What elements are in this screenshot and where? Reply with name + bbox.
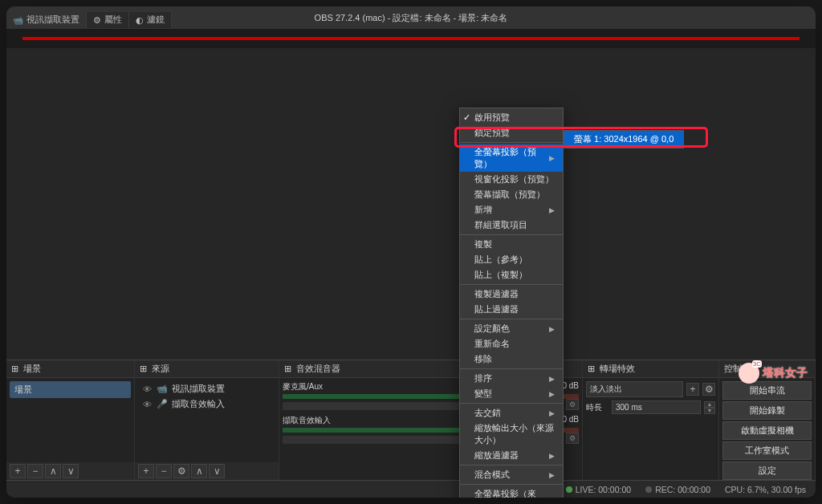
- context-submenu[interactable]: 螢幕 1: 3024x1964 @ 0,0: [564, 130, 684, 148]
- grip-icon: ⊞: [140, 364, 147, 374]
- context-menu-item[interactable]: 縮放過濾器▶: [460, 448, 563, 463]
- preview-canvas: 17:31 ⚡ Mot KED! 魔法氣泡 TETRIS 2 大富翁10 MOT…: [22, 37, 800, 40]
- mic-icon: 🎤: [157, 399, 168, 409]
- live-status: LIVE: 00:00:00: [566, 485, 631, 494]
- watermark: 塔科女子: [739, 363, 808, 384]
- context-menu-item[interactable]: 螢幕擷取（預覽）: [460, 187, 563, 202]
- statusbar: LIVE: 00:00:00 REC: 00:00:00 CPU: 6.7%, …: [6, 480, 816, 498]
- grip-icon: ⊞: [284, 364, 291, 374]
- down-button[interactable]: ∨: [209, 464, 225, 478]
- remove-button[interactable]: −: [27, 464, 43, 478]
- visibility-icon[interactable]: 👁: [141, 384, 153, 394]
- context-menu-item[interactable]: 新增▶: [460, 202, 563, 217]
- preview-area[interactable]: 17:31 ⚡ Mot KED! 魔法氣泡 TETRIS 2 大富翁10 MOT…: [6, 29, 816, 48]
- rec-status: REC: 00:00:00: [645, 485, 710, 494]
- context-menu-item[interactable]: 視窗化投影（預覽）: [460, 172, 563, 187]
- down-button[interactable]: ∨: [63, 464, 79, 478]
- context-menu-item[interactable]: 全螢幕投影（來源）▶: [460, 486, 563, 498]
- context-menu-item[interactable]: 啟用預覽: [460, 110, 563, 125]
- context-menu-item[interactable]: 鎖定預覽: [460, 125, 563, 140]
- chevron-right-icon: ▶: [549, 471, 555, 479]
- add-button[interactable]: +: [138, 464, 154, 478]
- context-menu-item[interactable]: 混合模式▶: [460, 467, 563, 482]
- control-button[interactable]: 啟動虛擬相機: [722, 421, 812, 440]
- context-menu-item[interactable]: 移除: [460, 352, 563, 367]
- chevron-right-icon: ▶: [549, 390, 555, 398]
- cpu-status: CPU: 6.7%, 30.00 fps: [725, 485, 806, 494]
- context-menu-item[interactable]: 貼上（參考）: [460, 252, 563, 267]
- transition-select[interactable]: 淡入淡出: [586, 381, 683, 397]
- context-menu-item[interactable]: 縮放輸出大小（來源大小）: [460, 421, 563, 448]
- context-menu-item[interactable]: 複製: [460, 237, 563, 252]
- control-button[interactable]: 設定: [722, 461, 812, 480]
- scene-item[interactable]: 場景: [10, 381, 131, 398]
- visibility-icon[interactable]: 👁: [141, 400, 153, 409]
- dock-panels: ⊞場景 場景 + − ∧ ∨ ⊞來源 👁 📹 視訊擷取裝置 👁: [6, 360, 816, 480]
- preview-tabs: 📹視訊擷取裝置 ⚙屬性 ◐濾鏡: [6, 12, 172, 28]
- spin-up[interactable]: ▲: [704, 401, 715, 408]
- context-menu-item[interactable]: 全螢幕投影（預覽）▶: [460, 144, 563, 172]
- duration-label: 時長: [586, 402, 608, 413]
- source-item[interactable]: 👁 📹 視訊擷取裝置: [138, 381, 275, 396]
- remove-button[interactable]: −: [156, 464, 172, 478]
- context-menu-item[interactable]: 設定顏色▶: [460, 321, 563, 336]
- submenu-item[interactable]: 螢幕 1: 3024x1964 @ 0,0: [564, 131, 683, 148]
- settings-button[interactable]: ⚙: [173, 464, 189, 478]
- chevron-right-icon: ▶: [549, 206, 555, 214]
- context-menu-item[interactable]: 變型▶: [460, 386, 563, 401]
- control-button[interactable]: 開始串流: [722, 381, 812, 400]
- watermark-icon: [739, 363, 759, 384]
- sources-panel: ⊞來源 👁 📹 視訊擷取裝置 👁 🎤 擷取音效輸入 + − ⚙ ∧ ∨: [135, 360, 279, 480]
- context-menu-item[interactable]: 排序▶: [460, 371, 563, 386]
- chevron-right-icon: ▶: [549, 154, 555, 162]
- control-button[interactable]: 工作室模式: [722, 441, 812, 460]
- tab-device[interactable]: 📹視訊擷取裝置: [6, 12, 87, 28]
- chevron-right-icon: ▶: [549, 452, 555, 460]
- up-button[interactable]: ∧: [45, 464, 61, 478]
- transitions-panel: ⊞轉場特效 淡入淡出 + ⚙ 時長 300 ms ▲ ▼: [583, 360, 719, 480]
- panel-header: ⊞場景: [6, 360, 134, 378]
- scenes-panel: ⊞場景 場景 + − ∧ ∨: [6, 360, 135, 480]
- tab-properties[interactable]: ⚙屬性: [87, 12, 129, 28]
- context-menu[interactable]: 啟用預覽鎖定預覽全螢幕投影（預覽）▶視窗化投影（預覽）螢幕擷取（預覽）新增▶群組…: [459, 108, 564, 498]
- context-menu-item[interactable]: 貼上（複製）: [460, 267, 563, 282]
- camera-icon: 📹: [157, 384, 168, 394]
- context-menu-item[interactable]: 貼上過濾器: [460, 302, 563, 317]
- gear-icon[interactable]: ⚙: [566, 433, 579, 444]
- spin-down[interactable]: ▼: [704, 408, 715, 414]
- chevron-right-icon: ▶: [549, 375, 555, 383]
- context-menu-item[interactable]: 群組選取項目: [460, 217, 563, 233]
- add-button[interactable]: +: [10, 464, 26, 478]
- context-menu-item[interactable]: 複製過濾器: [460, 287, 563, 302]
- tab-filters[interactable]: ◐濾鏡: [129, 12, 172, 28]
- chevron-right-icon: ▶: [549, 325, 555, 333]
- chevron-right-icon: ▶: [549, 496, 555, 498]
- window-title: OBS 27.2.4 (mac) - 設定檔: 未命名 - 場景: 未命名: [315, 12, 508, 24]
- add-button[interactable]: +: [686, 383, 699, 396]
- app-window: OBS 27.2.4 (mac) - 設定檔: 未命名 - 場景: 未命名 📹視…: [6, 6, 816, 498]
- duration-input[interactable]: 300 ms: [612, 400, 701, 414]
- up-button[interactable]: ∧: [191, 464, 207, 478]
- grip-icon: ⊞: [588, 364, 595, 374]
- context-menu-item[interactable]: 重新命名: [460, 336, 563, 352]
- source-item[interactable]: 👁 🎤 擷取音效輸入: [138, 396, 275, 412]
- gear-icon[interactable]: ⚙: [702, 383, 715, 396]
- control-button[interactable]: 開始錄製: [722, 401, 812, 420]
- gear-icon[interactable]: ⚙: [566, 399, 579, 410]
- chevron-right-icon: ▶: [549, 409, 555, 417]
- context-menu-item[interactable]: 去交錯▶: [460, 405, 563, 421]
- grip-icon: ⊞: [11, 364, 18, 374]
